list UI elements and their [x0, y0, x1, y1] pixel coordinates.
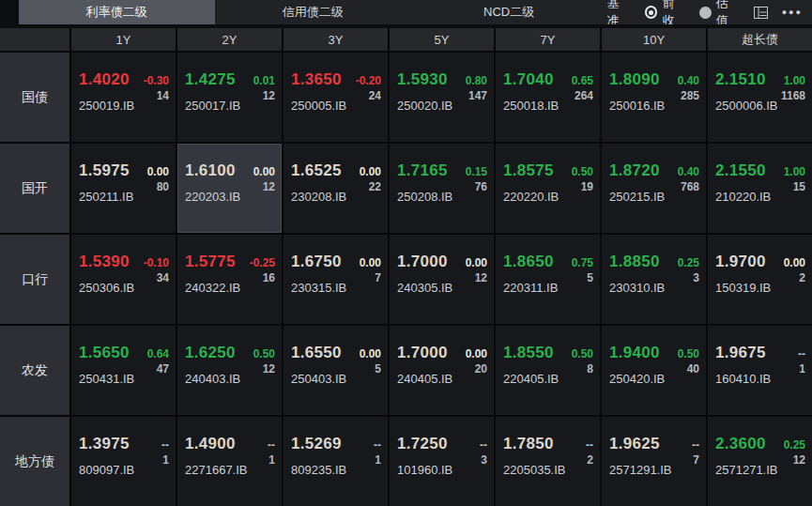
bond-code: 2571271.IB: [715, 463, 778, 477]
bond-cell[interactable]: 1.65500.005250403.IB: [283, 326, 388, 415]
yield-value: 1.7850: [503, 435, 554, 453]
bond-code: 2571291.IB: [609, 463, 672, 477]
bond-cell[interactable]: 1.5775-0.2516240322.IB: [177, 235, 282, 324]
layout-icon[interactable]: [754, 7, 768, 19]
bond-cell[interactable]: 1.97000.002150319.IB: [708, 235, 812, 324]
bond-cell[interactable]: 1.9625--72571291.IB: [602, 417, 706, 506]
volume-value: 34: [157, 271, 169, 284]
column-header-1Y: 1Y: [71, 28, 176, 51]
volume-value: 768: [681, 180, 699, 193]
bond-cell[interactable]: 1.59750.0080250211.IB: [71, 144, 176, 233]
volume-value: 7: [693, 453, 699, 467]
bond-code: 250208.IB: [397, 190, 452, 204]
bond-cell[interactable]: 1.59300.80147250020.IB: [390, 53, 494, 142]
yield-value: 1.8650: [503, 253, 554, 271]
bond-code: 2271667.IB: [185, 463, 248, 477]
radio-dot: [649, 10, 653, 15]
column-header-2Y: 2Y: [177, 28, 282, 51]
yield-value: 1.9675: [715, 344, 766, 362]
bond-cell[interactable]: 1.65250.0022230208.IB: [283, 144, 388, 233]
bond-code: 240322.IB: [185, 281, 240, 295]
change-value: --: [692, 438, 699, 452]
bond-cell[interactable]: 1.67500.007230315.IB: [283, 235, 388, 324]
change-value: 0.00: [147, 165, 169, 178]
tab-3[interactable]: NCD二级: [411, 0, 607, 24]
bond-code: 210220.IB: [715, 190, 771, 204]
volume-value: 1: [162, 453, 169, 467]
yield-value: 1.9400: [609, 344, 660, 362]
bond-cell[interactable]: 1.3975--1809097.IB: [71, 417, 176, 506]
more-icon[interactable]: ●●●: [782, 8, 803, 17]
bond-cell[interactable]: 1.85750.5019220220.IB: [496, 144, 600, 233]
bond-cell[interactable]: 1.9675--1160410.IB: [708, 326, 812, 415]
bond-cell[interactable]: 1.87200.40768250215.IB: [602, 144, 706, 233]
tab-label: 信用债二级: [283, 4, 344, 21]
yield-value: 1.6550: [291, 344, 342, 362]
yield-value: 1.5390: [79, 253, 130, 271]
change-value: --: [268, 438, 275, 452]
bond-code: 250005.IB: [291, 99, 346, 113]
change-value: 0.65: [572, 74, 593, 87]
volume-value: 5: [375, 362, 381, 376]
corner-cell: [0, 28, 69, 51]
bond-cell[interactable]: 1.61000.0012220203.IB: [177, 144, 282, 233]
bond-cell[interactable]: 1.56500.6447250431.IB: [71, 326, 176, 415]
bond-code: 220220.IB: [503, 190, 559, 204]
bond-cell[interactable]: 1.3650-0.2024250005.IB: [283, 53, 388, 142]
yield-value: 1.6100: [185, 161, 236, 180]
bond-cell[interactable]: 1.7850--22205035.IB: [496, 417, 600, 506]
change-value: -0.20: [356, 74, 381, 87]
change-value: 0.50: [678, 347, 699, 360]
change-value: 0.00: [360, 347, 381, 360]
bond-code: 250403.IB: [291, 372, 346, 386]
change-value: 0.00: [466, 347, 487, 360]
bond-cell[interactable]: 2.15101.0011682500006.IB: [708, 53, 812, 142]
bond-code: 2500006.IB: [715, 99, 778, 113]
change-value: --: [586, 438, 593, 452]
yield-value: 1.7000: [397, 253, 448, 271]
row-label: 国开: [0, 144, 69, 233]
bond-cell[interactable]: 1.5390-0.1034250306.IB: [71, 235, 176, 324]
tab-1[interactable]: 利率债二级: [19, 0, 215, 24]
bond-cell[interactable]: 1.62500.5012240403.IB: [177, 326, 282, 415]
volume-value: 12: [793, 453, 805, 467]
bond-cell[interactable]: 2.15501.0015210220.IB: [708, 144, 812, 233]
tab-2[interactable]: 信用债二级: [215, 0, 411, 24]
tabbar-corner: [0, 0, 19, 24]
change-value: -0.30: [144, 74, 169, 87]
change-value: 0.00: [466, 256, 487, 269]
bond-cell[interactable]: 1.70400.65264250018.IB: [496, 53, 600, 142]
bond-cell[interactable]: 1.7250--3101960.IB: [390, 417, 494, 506]
bond-cell[interactable]: 1.88500.253230310.IB: [602, 235, 706, 324]
yield-value: 1.8720: [609, 161, 660, 180]
yield-value: 1.5650: [79, 344, 130, 362]
bond-code: 150319.IB: [715, 281, 771, 295]
app-window: 利率债二级信用债二级NCD二级 基准 前收估值 ●●● 1Y2Y3Y5Y7Y10…: [0, 0, 812, 506]
bond-code: 250306.IB: [79, 281, 134, 295]
yield-value: 1.6525: [291, 161, 342, 180]
bond-cell[interactable]: 1.94000.5040250420.IB: [602, 326, 706, 415]
change-value: 0.40: [678, 74, 699, 87]
bond-code: 250211.IB: [79, 190, 133, 204]
column-header-超长债: 超长债: [708, 28, 812, 51]
change-value: 0.50: [572, 347, 593, 360]
yield-value: 1.8550: [503, 344, 554, 362]
volume-value: 15: [793, 180, 805, 193]
bond-cell[interactable]: 1.86500.755220311.IB: [496, 235, 600, 324]
bond-cell[interactable]: 1.4020-0.3014250019.IB: [71, 53, 176, 142]
bond-code: 250020.IB: [397, 99, 452, 113]
bond-cell[interactable]: 1.80900.40285250016.IB: [602, 53, 706, 142]
bond-cell[interactable]: 1.42750.0112250017.IB: [177, 53, 282, 142]
bond-cell[interactable]: 1.4900--12271667.IB: [177, 417, 282, 506]
change-value: --: [480, 438, 487, 452]
bond-cell[interactable]: 2.36000.25122571271.IB: [708, 417, 812, 506]
bond-cell[interactable]: 1.70000.0020240405.IB: [390, 326, 494, 415]
volume-value: 16: [263, 271, 275, 284]
bond-cell[interactable]: 1.71650.1576250208.IB: [390, 144, 494, 233]
change-value: 0.25: [678, 256, 699, 269]
bond-code: 101960.IB: [397, 463, 452, 477]
bond-cell[interactable]: 1.5269--1809235.IB: [283, 417, 388, 506]
bond-cell[interactable]: 1.85500.508220405.IB: [496, 326, 600, 415]
column-header-5Y: 5Y: [390, 28, 494, 51]
bond-cell[interactable]: 1.70000.0012240305.IB: [390, 235, 494, 324]
